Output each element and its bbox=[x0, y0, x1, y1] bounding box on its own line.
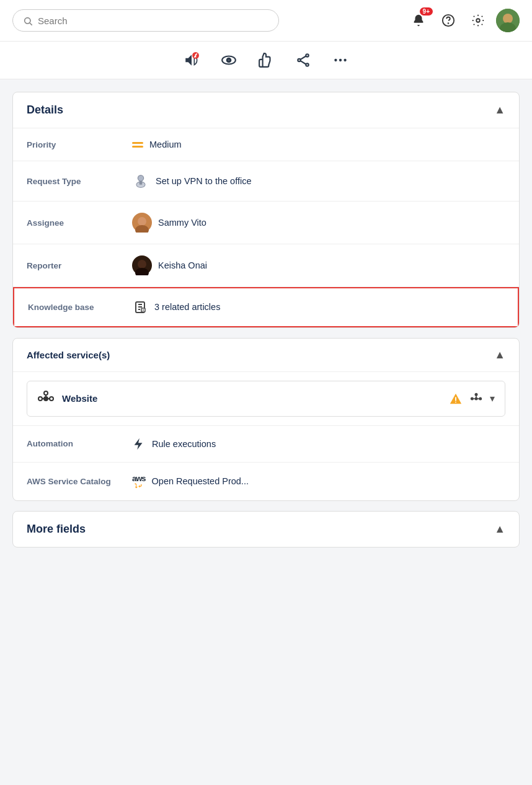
svg-point-44 bbox=[471, 398, 473, 400]
reporter-avatar bbox=[132, 255, 152, 275]
svg-point-45 bbox=[479, 398, 481, 400]
more-fields-collapse[interactable]: ▲ bbox=[494, 523, 505, 536]
notification-badge: 9+ bbox=[420, 7, 433, 16]
notification-button[interactable]: 9+ bbox=[407, 9, 430, 32]
svg-point-13 bbox=[298, 59, 300, 61]
service-expand-button[interactable]: ▾ bbox=[490, 393, 495, 404]
svg-point-36 bbox=[38, 397, 42, 401]
service-name: Website bbox=[62, 393, 441, 404]
help-button[interactable] bbox=[437, 9, 460, 32]
assignee-label: Assignee bbox=[27, 218, 132, 228]
aws-text: Open Requested Prod... bbox=[152, 476, 249, 486]
settings-button[interactable] bbox=[466, 9, 490, 32]
affected-services-collapse[interactable]: ▲ bbox=[494, 348, 505, 361]
aws-value: aws ⤵⤶ Open Requested Prod... bbox=[132, 474, 249, 489]
svg-rect-22 bbox=[140, 181, 143, 185]
main-content: Details ▲ Priority Medium Request Type bbox=[0, 79, 532, 560]
service-topology-icon bbox=[37, 390, 55, 407]
search-icon bbox=[23, 15, 33, 26]
automation-row: Automation Rule executions bbox=[13, 425, 519, 463]
announce-button[interactable] bbox=[180, 49, 203, 71]
svg-point-27 bbox=[138, 260, 146, 268]
website-service-card: Website bbox=[27, 381, 505, 417]
automation-value: Rule executions bbox=[132, 437, 216, 451]
search-input[interactable] bbox=[38, 16, 268, 26]
request-type-text: Set up VPN to the office bbox=[156, 176, 252, 186]
knowledge-base-text: 3 related articles bbox=[154, 302, 220, 312]
svg-point-37 bbox=[50, 397, 53, 401]
reporter-label: Reporter bbox=[27, 261, 132, 270]
knowledge-base-value: 3 related articles bbox=[133, 299, 220, 315]
svg-line-1 bbox=[30, 23, 32, 25]
topology-icon bbox=[470, 392, 482, 405]
aws-icon: aws ⤵⤶ bbox=[132, 474, 146, 489]
affected-services-header: Affected service(s) ▲ bbox=[13, 339, 519, 372]
svg-point-4 bbox=[476, 19, 480, 22]
svg-point-42 bbox=[455, 401, 456, 402]
automation-icon bbox=[132, 437, 146, 451]
svg-point-14 bbox=[306, 63, 308, 66]
assignee-row: Assignee Sammy Vito bbox=[13, 202, 519, 244]
details-collapse-button[interactable]: ▲ bbox=[494, 104, 505, 117]
nav-icons: 9+ bbox=[407, 9, 520, 32]
svg-point-12 bbox=[306, 54, 308, 56]
search-bar[interactable] bbox=[12, 9, 279, 32]
more-fields-card: More fields ▲ bbox=[12, 511, 520, 548]
more-fields-header: More fields ▲ bbox=[13, 512, 519, 547]
priority-text: Medium bbox=[149, 140, 182, 149]
more-button[interactable] bbox=[329, 49, 352, 71]
svg-point-46 bbox=[475, 394, 477, 396]
reporter-name-text: Keisha Onai bbox=[158, 260, 207, 270]
top-nav: 9+ bbox=[0, 0, 532, 42]
reporter-row: Reporter 3 related articles Keisha Onai bbox=[13, 244, 519, 287]
svg-point-17 bbox=[334, 59, 337, 61]
priority-row: Priority Medium bbox=[13, 128, 519, 161]
assignee-name: Sammy Vito bbox=[158, 218, 206, 228]
toolbar bbox=[0, 42, 532, 79]
svg-point-11 bbox=[228, 59, 229, 61]
knowledge-base-row[interactable]: Knowledge base 3 related articles bbox=[13, 287, 519, 327]
svg-point-18 bbox=[339, 59, 342, 61]
assignee-value: Sammy Vito bbox=[132, 213, 206, 233]
request-type-label: Request Type bbox=[27, 177, 132, 186]
affected-services-card: Affected service(s) ▲ Website bbox=[12, 338, 520, 501]
like-button[interactable] bbox=[255, 49, 277, 71]
share-button[interactable] bbox=[292, 49, 314, 71]
aws-label: AWS Service Catalog bbox=[27, 477, 132, 486]
knowledge-base-icon bbox=[133, 299, 148, 315]
svg-point-19 bbox=[344, 59, 346, 61]
watch-button[interactable] bbox=[218, 49, 240, 71]
svg-point-38 bbox=[44, 391, 48, 395]
request-type-value: Set up VPN to the office bbox=[132, 172, 252, 190]
details-card: Details ▲ Priority Medium Request Type bbox=[12, 92, 520, 328]
svg-point-20 bbox=[138, 175, 143, 181]
affected-services-title: Affected service(s) bbox=[27, 350, 110, 360]
warning-icon bbox=[449, 391, 463, 406]
automation-text: Rule executions bbox=[152, 439, 216, 449]
svg-point-43 bbox=[475, 398, 477, 400]
svg-line-16 bbox=[301, 61, 306, 64]
more-fields-title: More fields bbox=[27, 523, 86, 536]
svg-point-6 bbox=[503, 14, 513, 24]
user-avatar[interactable] bbox=[496, 9, 520, 32]
request-type-row: Request Type Set up VPN to the office bbox=[13, 161, 519, 202]
svg-point-24 bbox=[138, 217, 146, 226]
svg-point-0 bbox=[25, 17, 30, 23]
knowledge-base-label: Knowledge base bbox=[28, 303, 133, 312]
assignee-avatar bbox=[132, 213, 152, 233]
aws-row: AWS Service Catalog aws ⤵⤶ Open Requeste… bbox=[13, 463, 519, 500]
svg-point-35 bbox=[43, 396, 48, 401]
priority-label: Priority bbox=[27, 140, 132, 149]
reporter-value: 3 related articles Keisha Onai bbox=[132, 255, 207, 275]
service-actions: ▾ bbox=[449, 391, 495, 406]
vpn-icon bbox=[132, 172, 149, 190]
priority-value: Medium bbox=[132, 140, 182, 149]
details-title: Details bbox=[27, 104, 63, 117]
svg-line-15 bbox=[301, 56, 306, 60]
svg-point-3 bbox=[448, 23, 449, 24]
details-card-header: Details ▲ bbox=[13, 92, 519, 128]
automation-label: Automation bbox=[27, 439, 132, 448]
priority-icon bbox=[132, 142, 143, 148]
